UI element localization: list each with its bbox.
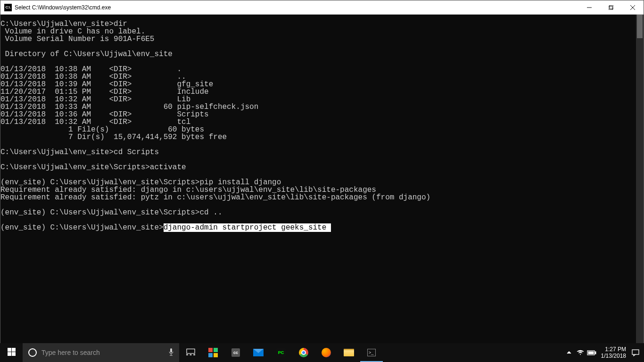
titlebar[interactable]: C:\. Select C:\Windows\system32\cmd.exe	[0, 0, 644, 15]
taskbar-app-cmd[interactable]: >_	[360, 343, 383, 362]
svg-rect-8	[12, 352, 16, 356]
svg-rect-21	[588, 352, 594, 354]
tray-chevron-icon[interactable]	[563, 350, 575, 355]
taskbar-app-explorer[interactable]	[338, 343, 360, 362]
start-button[interactable]	[0, 343, 23, 362]
taskbar-app-firefox[interactable]	[315, 343, 338, 362]
svg-point-18	[580, 354, 581, 355]
maximize-button[interactable]	[600, 0, 622, 15]
mic-icon[interactable]	[168, 348, 174, 358]
tiles-icon	[208, 348, 218, 357]
close-button[interactable]	[622, 0, 644, 15]
svg-rect-2	[610, 5, 613, 9]
terminal-scrollbar[interactable]	[636, 15, 644, 344]
cortana-icon	[28, 348, 37, 357]
svg-rect-14	[190, 354, 191, 355]
taskbar: Type here to search cc PC >_ 1:27 PM 1/1…	[0, 343, 644, 362]
chrome-icon	[299, 348, 308, 357]
mail-icon	[253, 349, 264, 356]
task-view-button[interactable]	[179, 343, 202, 362]
tray-battery-icon[interactable]	[586, 350, 597, 355]
terminal-selection[interactable]: django-admin startproject geeks_site	[164, 223, 331, 232]
cmd-app-icon: C:\.	[4, 4, 12, 11]
svg-rect-15	[193, 354, 195, 355]
taskbar-tray: 1:27 PM 1/13/2018	[563, 343, 644, 362]
clock-date: 1/13/2018	[601, 353, 626, 359]
taskbar-clock[interactable]: 1:27 PM 1/13/2018	[597, 346, 630, 359]
window-title: Select C:\Windows\system32\cmd.exe	[15, 4, 111, 11]
cmd-icon: >_	[367, 349, 376, 356]
search-placeholder: Type here to search	[41, 349, 163, 356]
terminal-output[interactable]: C:\Users\Ujjwal\env_site>dir Volume in d…	[0, 15, 636, 344]
svg-rect-6	[12, 348, 16, 352]
scrollbar-thumb[interactable]	[637, 15, 643, 38]
svg-rect-22	[632, 350, 639, 354]
taskbar-app-mail[interactable]	[247, 343, 270, 362]
cmd-window: C:\. Select C:\Windows\system32\cmd.exe …	[0, 0, 644, 343]
taskbar-app-pycharm[interactable]: PC	[270, 343, 292, 362]
svg-rect-7	[8, 352, 11, 356]
explorer-icon	[344, 349, 354, 356]
search-box[interactable]: Type here to search	[23, 343, 179, 362]
svg-rect-5	[8, 348, 11, 352]
pycharm-icon: PC	[276, 348, 286, 357]
taskbar-app-tiles[interactable]	[202, 343, 224, 362]
svg-rect-20	[595, 352, 596, 354]
minimize-button[interactable]	[578, 0, 600, 15]
action-center-button[interactable]	[630, 349, 641, 356]
windows-icon	[8, 348, 16, 357]
tray-wifi-icon[interactable]	[575, 350, 586, 355]
svg-rect-9	[170, 348, 172, 353]
svg-rect-13	[186, 354, 188, 355]
svg-rect-12	[186, 349, 194, 354]
store-icon: cc	[231, 348, 240, 357]
taskview-icon	[186, 348, 195, 357]
svg-rect-1	[609, 6, 612, 10]
firefox-icon	[322, 348, 331, 357]
terminal-area: C:\Users\Ujjwal\env_site>dir Volume in d…	[0, 15, 644, 344]
taskbar-app-store[interactable]: cc	[224, 343, 247, 362]
taskbar-app-chrome[interactable]	[292, 343, 315, 362]
clock-time: 1:27 PM	[601, 346, 626, 353]
